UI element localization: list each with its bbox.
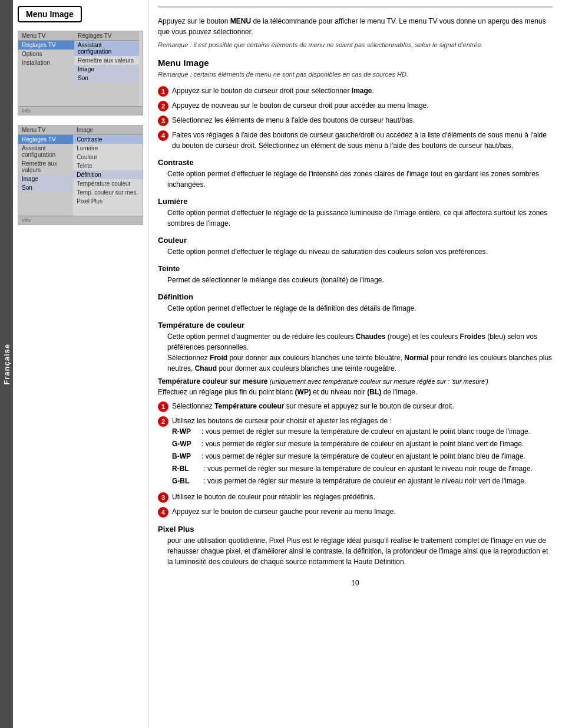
intro-note: Remarque : il est possible que certains … — [158, 41, 553, 50]
subsection-teinte-body: Permet de sélectionner le mélange des co… — [167, 275, 553, 285]
tv-menu-2-remettre: Remettre aux valeurs — [18, 159, 73, 174]
subsection-couleur-body: Cette option permet d'effectuer le régla… — [167, 246, 553, 257]
tv-menu-1-empty-3 — [18, 79, 74, 85]
tv-menu-2-right-header: Image — [73, 126, 143, 135]
tv-menu-2-left: Menu TV Réglages TV Assistant configurat… — [18, 126, 73, 216]
tv-menu-1-empty-2 — [18, 73, 74, 79]
tv-menu-2-temp-sur-mes: Temp. couleur sur mes. — [73, 188, 143, 197]
tv-menu-2-image: Image — [18, 174, 73, 183]
bullet-bwp: B-WP : vous permet de régler sur mesure … — [172, 451, 553, 462]
tv-menu-1-right-empty-4 — [74, 100, 139, 106]
subsection-definition-title: Définition — [158, 292, 553, 301]
page-number: 10 — [158, 579, 553, 587]
section-title-menu-image: Menu Image — [158, 58, 553, 68]
tv-menu-1-item-reglages: Réglages TV — [18, 41, 74, 50]
tv-menu-2-empty-2 — [18, 198, 73, 204]
temp-mesure-step-4: 4 Appuyez sur le bouton de curseur gauch… — [158, 506, 553, 518]
tv-menu-1-empty-5 — [18, 91, 74, 97]
tv-menu-1-right-image: Image — [74, 65, 139, 74]
tv-menu-2-assistant: Assistant configuration — [18, 144, 73, 159]
tv-menu-1-left: Menu TV Réglages TV Options Installation — [18, 31, 74, 106]
tv-menu-1-right-remettre: Remettre aux valeurs — [74, 56, 139, 65]
tv-menu-2-son: Son — [18, 183, 73, 192]
tv-menu-1-header: Menu TV — [18, 31, 74, 41]
bullet-bwp-text: : vous permet de régler sur mesure la te… — [201, 451, 525, 462]
step-4: 4 Faites vos réglages à l'aide des bouto… — [158, 130, 553, 151]
tv-menu-1-item-options: Options — [18, 50, 74, 58]
tv-menu-2-contraste: Contraste — [73, 135, 143, 144]
subsection-couleur-title: Couleur — [158, 236, 553, 245]
step-2-num: 2 — [158, 101, 168, 111]
step-1-num: 1 — [158, 86, 168, 97]
tv-menu-2-teinte: Teinte — [73, 162, 143, 170]
subsection-definition-body: Cette option permet d'effectuer le régla… — [167, 303, 553, 314]
step-4-text: Faites vos réglages à l'aide des boutons… — [172, 130, 553, 151]
tv-menu-2-header: Menu TV — [18, 126, 73, 135]
tv-menu-1-right-empty-1 — [74, 83, 139, 88]
bullet-rwp-text: : vous permet de régler sur mesure la te… — [201, 426, 530, 437]
step-1: 1 Appuyez sur le bouton de curseur droit… — [158, 85, 553, 97]
subsection-pixel-plus-title: Pixel Plus — [158, 525, 553, 533]
bullet-rbl-label: R-BL — [172, 463, 201, 474]
tv-menu-2-definition: Définition — [73, 170, 143, 179]
sidebar-label: Française — [2, 344, 11, 385]
tv-menu-2-couleur: Couleur — [73, 153, 143, 162]
step-3-text: Sélectionnez les éléments de menu à l'ai… — [172, 115, 553, 126]
tv-menu-2-temp-couleur: Température couleur — [73, 179, 143, 188]
subsection-lumiere-body: Cette option permet d'effectuer le régla… — [167, 207, 553, 229]
temp-mesure-header: Température couleur sur mesure (uniqueme… — [158, 376, 553, 397]
tv-menu-1-right-empty-3 — [74, 94, 139, 100]
subsection-lumiere-title: Lumière — [158, 197, 553, 206]
tv-menu-2: Menu TV Réglages TV Assistant configurat… — [18, 125, 143, 225]
bullet-bwp-label: B-WP — [172, 451, 201, 462]
tv-menu-1-right-empty-2 — [74, 88, 139, 94]
temp-mesure-step-1: 1 Sélectionnez Température couleur sur m… — [158, 401, 553, 412]
step-2-text: Appuyez de nouveau sur le bouton de curs… — [172, 100, 553, 111]
tv-menu-2-right: Image Contraste Lumière Couleur Teinte D… — [73, 126, 143, 216]
tv-menu-1-right: Réglages TV Assistant configuration Reme… — [74, 31, 139, 106]
subsection-temp-couleur-title: Température de couleur — [158, 321, 553, 330]
bullet-gbl: G-BL : vous permet de régler sur mesure … — [172, 476, 553, 486]
temp-mesure-step-3-text: Utilisez le bouton de couleur pour rétab… — [172, 492, 553, 502]
tv-menu-1-footer: Info — [18, 106, 143, 115]
temp-mesure-step-2-text: Utilisez les boutons de curseur pour cho… — [172, 416, 553, 488]
temp-mesure-step-2-num: 2 — [158, 416, 168, 427]
tv-menu-2-lumiere: Lumière — [73, 144, 143, 153]
tv-menu-2-empty-3 — [18, 204, 73, 210]
left-panel: Menu Image Menu TV Réglages TV Options I… — [13, 0, 148, 728]
temp-mesure-step-1-text: Sélectionnez Température couleur sur mes… — [172, 401, 553, 411]
tv-menu-1-right-header: Réglages TV — [74, 31, 139, 41]
bullet-rwp-label: R-WP — [172, 426, 201, 437]
temp-mesure-step-3-num: 3 — [158, 492, 168, 503]
tv-menu-2-reglages: Réglages TV — [18, 135, 73, 144]
tv-menu-2-empty-4 — [18, 210, 73, 216]
sidebar: Française — [0, 0, 13, 728]
bullet-rwp: R-WP : vous permet de régler sur mesure … — [172, 426, 553, 437]
bullet-rbl: R-BL : vous permet de régler sur mesure … — [172, 463, 553, 474]
tv-menu-2-pixel-plus: Pixel Plus — [73, 197, 143, 206]
temp-mesure-step-2: 2 Utilisez les boutons de curseur pour c… — [158, 416, 553, 488]
temp-mesure-step-4-text: Appuyez sur le bouton de curseur gauche … — [172, 506, 553, 517]
step-3-num: 3 — [158, 116, 168, 126]
tv-menu-1-empty-1 — [18, 67, 74, 73]
subsection-contraste-title: Contraste — [158, 158, 553, 167]
tv-menu-2-empty-1 — [18, 192, 73, 198]
temp-mesure-step-4-num: 4 — [158, 507, 168, 518]
step-1-text: Appuyez sur le bouton de curseur droit p… — [172, 85, 553, 96]
temp-mesure-title: Température couleur sur mesure (uniqueme… — [158, 376, 553, 397]
tv-menu-2-footer: Info — [18, 216, 143, 225]
bullet-gbl-label: G-BL — [172, 476, 201, 486]
tv-menu-1-empty-4 — [18, 85, 74, 91]
temp-mesure-step-3: 3 Utilisez le bouton de couleur pour rét… — [158, 492, 553, 503]
bullet-gwp-text: : vous permet de régler sur mesure la te… — [201, 439, 524, 449]
step-4-num: 4 — [158, 130, 168, 141]
tv-menu-1-item-installation: Installation — [18, 58, 74, 67]
bullet-rbl-text: : vous permet de régler sur mesure la te… — [201, 463, 533, 474]
temp-mesure-step-1-num: 1 — [158, 401, 168, 412]
tv-menu-1: Menu TV Réglages TV Options Installation… — [18, 31, 143, 116]
step-3: 3 Sélectionnez les éléments de menu à l'… — [158, 115, 553, 126]
right-panel: Appuyez sur le bouton MENU de la télécom… — [148, 0, 562, 728]
bullet-gbl-text: : vous permet de régler sur mesure la te… — [201, 476, 526, 486]
step-2: 2 Appuyez de nouveau sur le bouton de cu… — [158, 100, 553, 111]
menu-title-box: Menu Image — [18, 6, 82, 22]
